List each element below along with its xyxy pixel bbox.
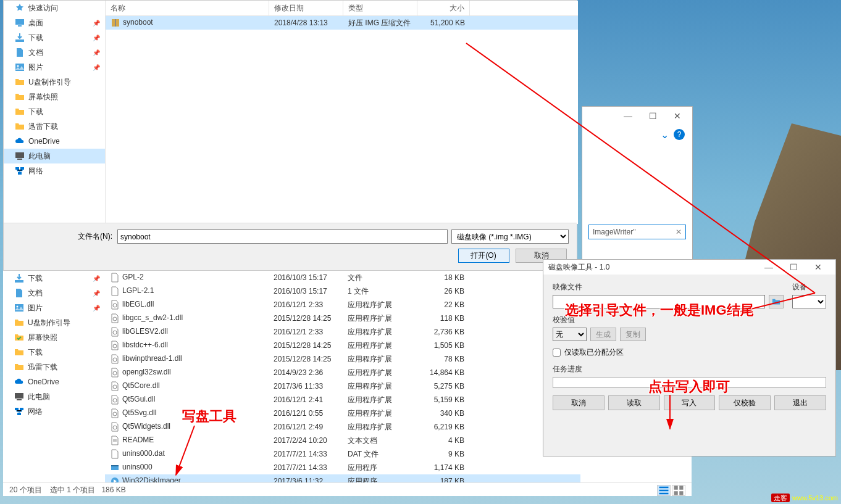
- sidebar-item-2[interactable]: 下载📌: [4, 30, 105, 45]
- svg-rect-1: [18, 25, 22, 27]
- sidebar-item-6[interactable]: 迅雷下载: [3, 360, 105, 374]
- archive-icon: [111, 18, 120, 28]
- file-row[interactable]: Qt5Core.dll2017/3/6 11:33应用程序扩展5,275 KB: [105, 379, 580, 393]
- hash-generate-button[interactable]: 生成: [590, 328, 616, 341]
- sidebar-item-4[interactable]: 屏幕快照: [3, 330, 105, 345]
- maximize-button[interactable]: ☐: [640, 107, 665, 125]
- progress-bar: [553, 377, 826, 388]
- file-name: synoboot: [123, 18, 153, 27]
- file-row[interactable]: synoboot2018/4/28 13:13好压 IMG 压缩文件51,200…: [106, 16, 578, 30]
- imager-close-button[interactable]: ✕: [806, 258, 831, 276]
- chevron-down-icon[interactable]: ⌄: [661, 129, 669, 141]
- sidebar-item-0[interactable]: 快速访问: [4, 1, 105, 15]
- filetype-select[interactable]: 磁盘映像 (*.img *.IMG): [451, 229, 569, 244]
- col-type-header[interactable]: 类型: [343, 1, 417, 15]
- imager-exit-button[interactable]: 退出: [774, 395, 826, 410]
- file-row[interactable]: libGLESV2.dll2016/12/1 2:33应用程序扩展2,736 K…: [105, 325, 580, 339]
- file-row[interactable]: libgcc_s_dw2-1.dll2015/12/28 14:25应用程序扩展…: [105, 312, 580, 325]
- file-size: 1,174 KB: [417, 462, 469, 473]
- file-type: 应用程序扩展: [343, 394, 417, 407]
- file-row[interactable]: Qt5Widgets.dll2016/12/1 2:49应用程序扩展6,219 …: [105, 420, 580, 434]
- dll-icon: [110, 341, 120, 350]
- svg-rect-2: [15, 64, 24, 71]
- sidebar-item-9[interactable]: OneDrive: [4, 134, 105, 149]
- watermark: 走客www.5v13.com: [771, 494, 838, 503]
- sidebar-item-11[interactable]: 网络: [4, 163, 105, 178]
- file-name: Qt5Gui.dll: [122, 395, 155, 403]
- sidebar-item-9[interactable]: 网络: [3, 404, 105, 419]
- file-size: 9 KB: [417, 448, 469, 460]
- filename-input[interactable]: [117, 229, 448, 244]
- imager-write-button[interactable]: 写入: [664, 395, 716, 410]
- sidebar-item-5[interactable]: 下载: [3, 345, 105, 360]
- sidebar-item-7[interactable]: OneDrive: [3, 374, 105, 389]
- file-type: 应用程序扩展: [343, 366, 417, 379]
- sidebar-item-4[interactable]: 图片📌: [4, 60, 105, 75]
- help-icon[interactable]: ?: [674, 129, 685, 140]
- imager-minimize-button[interactable]: —: [756, 258, 781, 276]
- desktop-icon: [15, 18, 25, 28]
- file-row[interactable]: Qt5Svg.dll2016/12/1 0:55应用程序扩展340 KB: [105, 407, 580, 420]
- file-row[interactable]: opengl32sw.dll2014/9/23 2:36应用程序扩展14,864…: [105, 366, 580, 379]
- image-file-input[interactable]: [553, 295, 765, 308]
- sidebar-item-label: 图片: [28, 62, 43, 73]
- sidebar-item-6[interactable]: 屏幕快照: [4, 89, 105, 104]
- file-row[interactable]: libstdc++-6.dll2015/12/28 14:25应用程序扩展1,5…: [105, 339, 580, 352]
- sidebar-item-1[interactable]: 文档📌: [3, 286, 105, 300]
- hash-select[interactable]: 无: [553, 328, 587, 341]
- svg-rect-39: [679, 491, 683, 495]
- pin-icon: 📌: [93, 49, 100, 56]
- view-details-icon[interactable]: [657, 485, 671, 496]
- svg-rect-0: [15, 19, 24, 25]
- file-row[interactable]: LGPL-2.12016/10/3 15:171 文件26 KB: [105, 284, 580, 298]
- file-row[interactable]: unins0002017/7/21 14:33应用程序1,174 KB: [105, 461, 580, 474]
- sidebar-item-label: U盘制作引导: [28, 77, 71, 88]
- minimize-button[interactable]: —: [616, 107, 640, 125]
- clear-search-icon[interactable]: ✕: [676, 228, 682, 236]
- open-dialog-sidebar: 快速访问桌面📌下载📌文档📌图片📌U盘制作引导屏幕快照下载迅雷下载OneDrive…: [4, 1, 106, 224]
- open-button[interactable]: 打开(O): [458, 249, 509, 263]
- file-row[interactable]: GPL-22016/10/3 15:17文件18 KB: [105, 271, 580, 284]
- sidebar-item-10[interactable]: 此电脑: [4, 149, 105, 163]
- view-large-icon[interactable]: [672, 485, 685, 496]
- col-name-header[interactable]: 名称: [106, 1, 269, 15]
- imager-maximize-button[interactable]: ☐: [781, 258, 806, 276]
- sidebar-item-3[interactable]: U盘制作引导: [3, 315, 105, 330]
- file-row[interactable]: Qt5Gui.dll2016/12/1 2:41应用程序扩展5,159 KB: [105, 393, 580, 407]
- col-size-header[interactable]: 大小: [417, 1, 470, 15]
- file-date: 2017/2/24 10:20: [269, 435, 343, 446]
- sidebar-item-1[interactable]: 桌面📌: [4, 15, 105, 30]
- col-date-header[interactable]: 修改日期: [269, 1, 343, 15]
- sidebar-item-7[interactable]: 下载: [4, 104, 105, 119]
- file-size: 4 KB: [417, 435, 469, 446]
- read-alloc-checkbox[interactable]: [553, 349, 561, 357]
- svg-rect-8: [18, 172, 22, 175]
- file-row[interactable]: libwinpthread-1.dll2015/12/28 14:25应用程序扩…: [105, 352, 580, 366]
- close-button[interactable]: ✕: [665, 107, 690, 125]
- hash-copy-button[interactable]: 复制: [620, 328, 646, 341]
- dll-icon: [110, 408, 120, 418]
- file-row[interactable]: libEGL.dll2016/12/1 2:33应用程序扩展22 KB: [105, 298, 580, 312]
- sidebar-item-8[interactable]: 此电脑: [3, 389, 105, 404]
- imager-verify-button[interactable]: 仅校验: [719, 395, 771, 410]
- device-select[interactable]: [792, 295, 826, 308]
- browse-folder-button[interactable]: [769, 295, 784, 308]
- file-row[interactable]: unins000.dat2017/7/21 14:33DAT 文件9 KB: [105, 447, 580, 461]
- folder-icon: [14, 318, 24, 328]
- open-file-dialog: 快速访问桌面📌下载📌文档📌图片📌U盘制作引导屏幕快照下载迅雷下载OneDrive…: [3, 0, 577, 271]
- file-row[interactable]: README2017/2/24 10:20文本文档4 KB: [105, 434, 580, 447]
- imager-cancel-button[interactable]: 取消: [553, 395, 605, 410]
- disk-imager-window: 磁盘映像工具 - 1.0 — ☐ ✕ 映像文件 设备 校: [543, 259, 836, 456]
- sidebar-item-3[interactable]: 文档📌: [4, 45, 105, 60]
- search-input[interactable]: ImageWriter" ✕: [588, 225, 686, 239]
- sidebar-item-5[interactable]: U盘制作引导: [4, 75, 105, 89]
- sidebar-item-2[interactable]: 图片📌: [3, 300, 105, 315]
- file-date: 2016/12/1 2:33: [269, 299, 343, 310]
- file-name: libgcc_s_dw2-1.dll: [122, 313, 183, 322]
- sidebar-item-0[interactable]: 下载📌: [3, 271, 105, 286]
- imager-read-button[interactable]: 读取: [608, 395, 660, 410]
- sidebar-item-8[interactable]: 迅雷下载: [4, 119, 105, 134]
- file-date: 2017/7/21 14:33: [269, 462, 343, 473]
- dll-icon: [110, 422, 120, 432]
- cloud-icon: [15, 136, 25, 146]
